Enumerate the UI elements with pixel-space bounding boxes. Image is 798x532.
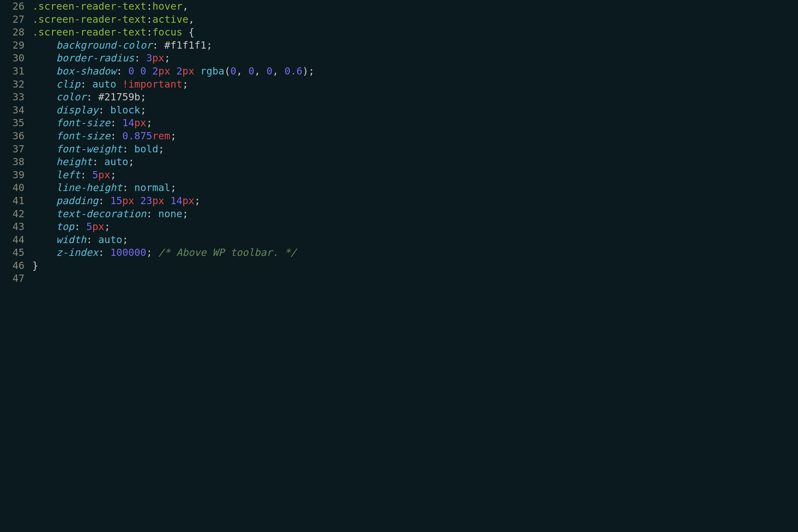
token-semi: ; bbox=[308, 65, 314, 77]
line-number: 41 bbox=[13, 194, 25, 208]
token-prop: z-index bbox=[56, 247, 98, 258]
token-prop: font-weight bbox=[56, 143, 122, 155]
token-hex bbox=[116, 78, 122, 90]
token-semi: ; bbox=[122, 234, 128, 246]
line-number: 26 bbox=[13, 0, 25, 13]
token-kw: bold bbox=[134, 143, 158, 155]
code-editor[interactable]: 2627282930313233343536373839404142434445… bbox=[0, 0, 798, 285]
code-line[interactable]: } bbox=[33, 259, 798, 272]
line-number: 37 bbox=[13, 143, 25, 156]
token-semi: ; bbox=[140, 104, 146, 116]
token-prop: padding bbox=[56, 195, 98, 207]
token-unit: px bbox=[152, 195, 165, 207]
line-number-gutter: 2627282930313233343536373839404142434445… bbox=[0, 0, 33, 285]
token-colon: : bbox=[74, 221, 86, 232]
code-line[interactable]: .screen-reader-text:focus { bbox=[33, 26, 798, 39]
code-line[interactable]: display: block; bbox=[33, 104, 798, 117]
token-unit: px bbox=[158, 65, 171, 77]
token-num: 5 bbox=[86, 221, 92, 232]
code-line[interactable]: z-index: 100000; /* Above WP toolbar. */ bbox=[33, 246, 798, 259]
token-kw: auto bbox=[104, 156, 128, 168]
code-line[interactable]: padding: 15px 23px 14px; bbox=[33, 194, 798, 208]
line-number: 43 bbox=[13, 220, 25, 233]
token-paren: ) bbox=[302, 65, 308, 77]
code-line[interactable]: color: #21759b; bbox=[33, 91, 798, 104]
code-line[interactable]: font-size: 0.875rem; bbox=[33, 130, 798, 143]
token-paren: ( bbox=[225, 65, 230, 77]
code-line[interactable]: left: 5px; bbox=[33, 169, 798, 182]
token-num: 100000 bbox=[110, 247, 147, 258]
token-colon: : bbox=[116, 65, 129, 77]
code-line[interactable]: font-size: 14px; bbox=[33, 117, 798, 130]
line-number: 29 bbox=[13, 39, 25, 52]
token-colon: : bbox=[146, 208, 158, 220]
code-line[interactable]: box-shadow: 0 0 2px 2px rgba(0, 0, 0, 0.… bbox=[33, 65, 798, 78]
token-num: 2 bbox=[152, 65, 158, 77]
token-prop: display bbox=[56, 104, 98, 116]
token-colon: : bbox=[86, 234, 98, 246]
token-comma: , bbox=[254, 65, 267, 77]
token-semi: ; bbox=[206, 39, 212, 51]
token-unit: px bbox=[182, 195, 194, 207]
code-line[interactable]: text-decoration: none; bbox=[33, 208, 798, 221]
code-line[interactable] bbox=[33, 272, 798, 285]
token-important: !important bbox=[122, 78, 182, 90]
line-number: 28 bbox=[13, 26, 25, 39]
token-semi: ; bbox=[158, 143, 164, 155]
token-kw: block bbox=[110, 104, 140, 116]
code-line[interactable]: line-height: normal; bbox=[33, 182, 798, 194]
token-colon: : bbox=[122, 182, 134, 193]
token-semi: ; bbox=[164, 52, 170, 64]
token-colon: : bbox=[110, 130, 122, 142]
code-line[interactable]: .screen-reader-text:active, bbox=[33, 13, 798, 26]
token-num: 2 bbox=[176, 65, 182, 77]
token-hex bbox=[134, 65, 140, 77]
token-prop: font-size bbox=[56, 117, 110, 129]
token-semi: ; bbox=[146, 117, 152, 129]
token-colon: : bbox=[147, 0, 152, 12]
token-prop: line-height bbox=[56, 182, 122, 193]
token-colon: : bbox=[98, 247, 110, 258]
token-colon: : bbox=[152, 39, 165, 51]
token-prop: top bbox=[56, 221, 74, 232]
line-number: 27 bbox=[13, 13, 25, 26]
token-pseudo: active bbox=[152, 13, 189, 25]
token-hex bbox=[194, 65, 200, 77]
token-num: 14 bbox=[122, 117, 134, 129]
token-colon: : bbox=[80, 169, 92, 181]
token-comma: , bbox=[188, 13, 194, 25]
code-line[interactable]: .screen-reader-text:hover, bbox=[33, 0, 798, 13]
token-hex: #f1f1f1 bbox=[164, 39, 206, 51]
line-number: 46 bbox=[13, 259, 25, 272]
line-number: 32 bbox=[13, 78, 25, 91]
line-number: 33 bbox=[13, 91, 25, 104]
token-prop: font-size bbox=[56, 130, 110, 142]
token-colon: : bbox=[122, 143, 134, 155]
code-line[interactable]: height: auto; bbox=[33, 155, 798, 169]
line-number: 30 bbox=[13, 52, 25, 65]
token-hex bbox=[134, 195, 140, 207]
token-prop: width bbox=[56, 234, 86, 246]
token-comma: , bbox=[272, 65, 285, 77]
token-colon: : bbox=[92, 156, 104, 168]
token-semi: ; bbox=[170, 182, 176, 193]
token-semi: ; bbox=[146, 247, 152, 258]
code-line[interactable]: font-weight: bold; bbox=[33, 143, 798, 156]
token-num: 0 bbox=[129, 65, 134, 77]
line-number: 38 bbox=[13, 155, 25, 169]
code-line[interactable]: background-color: #f1f1f1; bbox=[33, 39, 798, 52]
token-colon: : bbox=[147, 26, 152, 38]
token-unit: px bbox=[134, 117, 147, 129]
token-semi: ; bbox=[170, 130, 176, 142]
token-num: 0 bbox=[230, 65, 236, 77]
code-line[interactable]: width: auto; bbox=[33, 233, 798, 247]
code-area[interactable]: .screen-reader-text:hover,.screen-reader… bbox=[33, 0, 798, 285]
token-prop: color bbox=[56, 91, 86, 103]
code-line[interactable]: clip: auto !important; bbox=[33, 78, 798, 91]
line-number: 40 bbox=[13, 182, 25, 194]
token-num: 0 bbox=[140, 65, 146, 77]
code-line[interactable]: top: 5px; bbox=[33, 220, 798, 233]
token-pseudo: hover bbox=[152, 0, 182, 12]
token-func: rgba bbox=[201, 65, 225, 77]
code-line[interactable]: border-radius: 3px; bbox=[33, 52, 798, 65]
